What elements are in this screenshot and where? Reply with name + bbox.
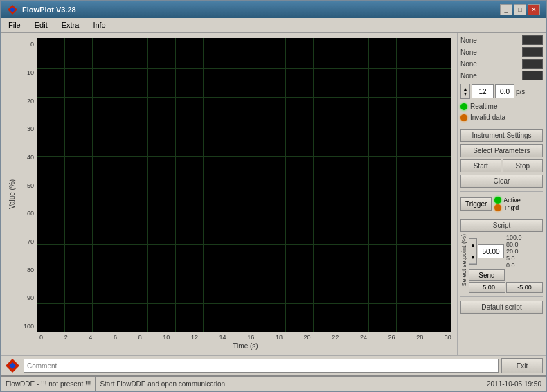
x-tick-9: 18 [276,334,283,341]
x-tick-7: 14 [219,334,226,341]
exit-button[interactable]: Exit [501,358,543,373]
title-buttons: _ □ ✕ [500,4,540,15]
channel-label-1: None [460,48,521,56]
y-axis-label: Value (%) [7,38,16,350]
start-button[interactable]: Start [460,159,501,172]
x-tick-11: 22 [332,334,339,341]
channel-color-box-3[interactable] [522,71,543,80]
start-stop-row: Start Stop [460,159,543,172]
status-bar: FlowDDE - !!! not present !!! Start Flow… [1,375,546,391]
rate-input[interactable] [495,84,514,98]
x-tick-5: 10 [163,334,170,341]
trigger-trigd-label: Trig'd [503,204,519,211]
stop-button[interactable]: Stop [503,159,544,172]
grid-v-line [64,38,65,332]
grid-h-line [37,156,451,157]
menu-extra[interactable]: Extra [57,19,84,30]
grid-v-line [258,38,258,332]
sp-graph-5: 5.0 [506,255,522,262]
channel-color-box-2[interactable] [522,59,543,69]
menu-edit[interactable]: Edit [30,19,52,30]
separator-2 [460,191,543,192]
grid-v-line [203,38,204,332]
x-tick-2: 4 [89,334,92,341]
grid-v-line [231,38,231,332]
grid-v-line [147,38,148,332]
separator-3 [460,215,543,215]
setpoint-down-icon[interactable]: ▼ [469,251,476,264]
separator-1 [460,125,543,125]
invalid-data-label: Invalid data [470,114,505,121]
y-tick-5: 50 [16,182,34,189]
trigger-trigd-led [494,204,501,211]
spinner-row: ▲ ▼ p/s [460,84,543,99]
grid-v-line [341,38,341,332]
select-parameters-button[interactable]: Select Parameters [460,144,543,157]
chart-area: Value (%) 100 90 80 70 60 50 40 30 20 [1,33,457,355]
y-tick-2: 80 [16,267,34,274]
menu-file[interactable]: File [4,19,25,30]
menu-info[interactable]: Info [89,19,109,30]
trigger-trigd-row: Trig'd [494,204,521,211]
invalid-data-status-row: Invalid data [460,114,543,121]
script-button[interactable]: Script [460,219,543,232]
y-tick-6: 40 [16,154,34,161]
minus5-button[interactable]: -5.00 [506,282,543,293]
sp-graph-80: 80.0 [506,241,522,248]
rate-unit: p/s [516,88,525,96]
channel-color-box-1[interactable] [522,47,543,57]
instrument-settings-button[interactable]: Instrument Settings [460,129,543,142]
grid-h-line [37,127,451,127]
plus5-button[interactable]: +5.00 [469,282,505,293]
grid-v-line [92,38,93,332]
minimize-button[interactable]: _ [500,4,512,15]
y-tick-1: 90 [16,294,34,301]
x-tick-0: 0 [39,334,43,341]
close-button[interactable]: ✕ [528,4,540,15]
grid-v-line [120,38,120,332]
grid-h-line [37,68,451,69]
setpoint-graph: 100.0 80.0 20.0 5.0 0.0 [505,234,522,269]
chart-canvas [37,38,451,332]
chart-with-axes: 100 90 80 70 60 50 40 30 20 10 0 [16,38,451,350]
setpoint-label: Select setpoint (%) [460,234,467,287]
y-tick-7: 30 [16,125,34,132]
clear-button[interactable]: Clear [460,175,543,188]
setpoint-value-input[interactable] [478,244,504,258]
grid-v-line [285,38,286,332]
menu-bar: File Edit Extra Info [1,18,546,33]
y-tick-4: 60 [16,210,34,217]
channel-label-3: None [460,72,521,80]
setpoint-area: Select setpoint (%) ▲ ▼ 100.0 80.0 20.0 … [460,234,543,293]
setpoint-controls: ▲ ▼ 100.0 80.0 20.0 5.0 0.0 Send [469,234,543,293]
x-tick-13: 26 [388,334,395,341]
channel-row-0: None [460,35,543,45]
trigger-button[interactable]: Trigger [460,197,492,211]
x-axis-ticks: 0 2 4 6 8 10 12 14 16 18 20 22 2 [39,332,451,341]
channel-row-3: None [460,71,543,80]
grid-v-line [368,38,369,332]
grid-v-line [313,38,314,332]
maximize-button[interactable]: □ [514,4,526,15]
spinner-button[interactable]: ▲ ▼ [460,84,470,99]
setpoint-up-icon[interactable]: ▲ [469,239,476,251]
send-button[interactable]: Send [469,269,505,281]
script-comment-input[interactable] [24,359,499,373]
window-title: FlowPlot V3.28 [22,6,76,14]
status-flowdde-text: FlowDDE - !!! not present !!! [6,380,91,388]
default-script-button[interactable]: Default script [460,301,543,314]
title-bar-left: FlowPlot V3.28 [7,4,76,15]
script-input-area: Exit [1,355,546,375]
channel-label-2: None [460,60,521,68]
setpoint-spinner[interactable]: ▲ ▼ [469,238,477,265]
status-datetime-text: 2011-10-05 19:50 [487,380,541,388]
grid-v-line [424,38,424,332]
spinner-input[interactable] [472,84,494,98]
script-logo-icon [4,357,21,374]
x-tick-3: 6 [114,334,117,341]
x-tick-6: 12 [191,334,198,341]
status-datetime: 2011-10-05 19:50 [321,377,546,391]
status-center: Start FlowDDE and open communication [96,377,321,391]
channel-color-box-0[interactable] [522,35,543,45]
grid-v-line [396,38,397,332]
